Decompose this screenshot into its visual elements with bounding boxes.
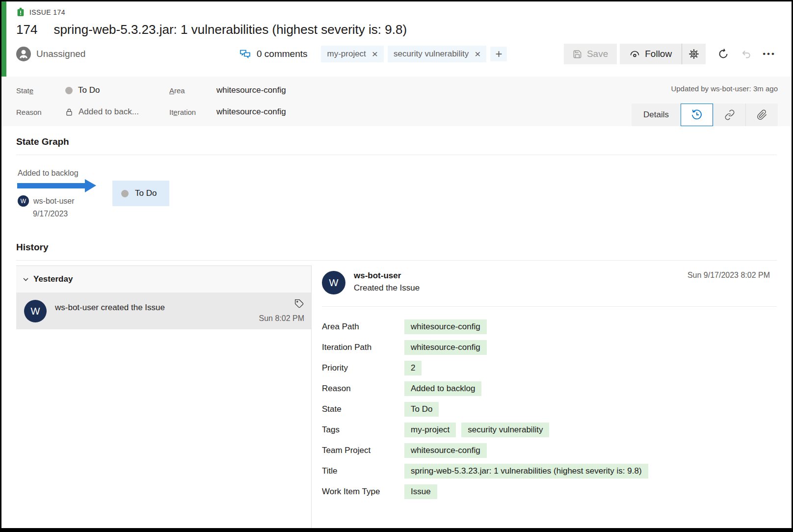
work-item-header: ISSUE 174 174 spring-web-5.3.23.jar: 1 v… xyxy=(1,1,792,77)
work-item-type-label: ISSUE 174 xyxy=(29,8,65,16)
changed-field-value: whitesource-config xyxy=(404,340,487,355)
changed-field-label: Team Project xyxy=(322,446,404,455)
changed-field-label: Iteration Path xyxy=(322,343,404,352)
changed-field-values: To Do xyxy=(404,402,439,417)
area-field-label: Area xyxy=(169,86,216,95)
updated-by-label: Updated by ws-bot-user: 3m ago xyxy=(671,84,778,93)
area-field-value[interactable]: whitesource-config xyxy=(216,85,364,95)
avatar: W xyxy=(24,300,47,322)
unassigned-person-icon xyxy=(16,47,31,61)
changed-field-row: Team Projectwhitesource-config xyxy=(322,443,777,458)
changed-field-value: my-project xyxy=(404,423,456,437)
changed-field-value: To Do xyxy=(404,402,439,417)
lock-icon xyxy=(65,108,73,116)
changed-field-value: security vulnerability xyxy=(461,423,549,437)
changed-field-label: State xyxy=(322,404,404,414)
undo-icon xyxy=(741,49,752,59)
changed-field-row: Tagsmy-projectsecurity vulnerability xyxy=(322,422,777,437)
state-transition: Added to backlog W ws-bot-user 9/17/2023 xyxy=(16,169,112,218)
tag-label: security vulnerability xyxy=(394,49,469,59)
link-icon xyxy=(724,109,735,120)
assignee-picker[interactable]: Unassigned xyxy=(16,47,239,61)
tab-details[interactable]: Details xyxy=(632,104,681,126)
tab-attachments[interactable] xyxy=(745,104,778,126)
save-label: Save xyxy=(587,49,608,59)
comments-button[interactable]: 0 comments xyxy=(239,49,307,59)
work-item-type-line: ISSUE 174 xyxy=(16,7,778,17)
history-event-detail: W ws-bot-user Created the Issue Sun 9/17… xyxy=(312,266,777,528)
work-item-type-color-bar xyxy=(1,1,6,77)
follow-group: Follow xyxy=(620,44,706,64)
state-node-todo: To Do xyxy=(112,181,169,206)
tab-links[interactable] xyxy=(713,104,745,126)
history-group-yesterday[interactable]: Yesterday xyxy=(16,266,311,293)
changed-field-row: StateTo Do xyxy=(322,401,777,417)
follow-button[interactable]: Follow xyxy=(620,44,682,64)
remove-tag-icon[interactable]: × xyxy=(475,51,480,57)
field-list: Area Pathwhitesource-configIteration Pat… xyxy=(322,319,777,499)
state-dot-icon xyxy=(121,190,129,197)
changed-field-values: my-projectsecurity vulnerability xyxy=(404,423,549,437)
transition-arrow xyxy=(16,179,112,192)
detail-timestamp: Sun 9/17/2023 8:02 PM xyxy=(687,271,777,294)
paperclip-icon xyxy=(757,109,767,120)
meta-band-right: Updated by ws-bot-user: 3m ago Details xyxy=(632,80,778,126)
changed-field-values: Added to backlog xyxy=(404,381,481,396)
follow-eye-icon xyxy=(630,50,640,58)
tag-label: my-project xyxy=(327,49,366,59)
reason-field-value[interactable]: Added to back... xyxy=(65,107,169,117)
undo-button[interactable] xyxy=(735,49,758,59)
refresh-button[interactable] xyxy=(712,48,735,60)
avatar: W xyxy=(322,271,345,294)
settings-button[interactable] xyxy=(682,44,706,64)
history-clock-icon xyxy=(690,108,703,121)
iteration-field-label: Iteration xyxy=(169,108,216,116)
changed-field-label: Priority xyxy=(322,363,404,373)
changed-field-label: Work Item Type xyxy=(322,487,404,497)
add-tag-button[interactable]: + xyxy=(490,47,507,61)
changed-field-value: 2 xyxy=(404,361,422,375)
header-actions: Save Follow xyxy=(564,44,778,64)
history-event-time: Sun 8:02 PM xyxy=(259,314,305,323)
state-field-label: State xyxy=(16,86,65,95)
changed-field-values: spring-web-5.3.23.jar: 1 vulnerabilities… xyxy=(404,464,648,479)
history-event-list: Yesterday W ws-bot-user created the Issu… xyxy=(16,266,312,528)
refresh-icon xyxy=(717,48,729,60)
changed-field-value: Added to backlog xyxy=(404,381,481,396)
save-button[interactable]: Save xyxy=(564,44,617,64)
group-label: Yesterday xyxy=(33,274,73,284)
transition-reason-label: Added to backlog xyxy=(16,169,112,178)
changed-field-value: Issue xyxy=(404,484,437,499)
divider xyxy=(16,260,777,261)
issue-type-icon xyxy=(16,7,25,17)
state-dot-icon xyxy=(65,87,73,94)
tag-chip: my-project × xyxy=(321,46,384,62)
transition-user: W ws-bot-user xyxy=(16,195,112,207)
changed-field-values: whitesource-config xyxy=(404,443,487,458)
tag-list: my-project × security vulnerability × + xyxy=(321,46,507,62)
history-heading: History xyxy=(16,242,777,253)
changed-field-value: whitesource-config xyxy=(404,319,487,334)
follow-label: Follow xyxy=(645,49,672,59)
history-event-item[interactable]: W ws-bot-user created the Issue Sun 8:02… xyxy=(16,293,311,329)
state-graph: Added to backlog W ws-bot-user 9/17/2023… xyxy=(16,169,777,218)
title-line: 174 spring-web-5.3.23.jar: 1 vulnerabili… xyxy=(16,22,778,37)
history-tab-content: State Graph Added to backlog W ws-bot-us… xyxy=(1,126,792,528)
state-field-value[interactable]: To Do xyxy=(65,85,169,95)
iteration-field-value[interactable]: whitesource-config xyxy=(216,107,364,117)
history-event-text: ws-bot-user created the Issue xyxy=(55,303,165,322)
changed-field-label: Reason xyxy=(322,384,404,394)
detail-header: W ws-bot-user Created the Issue Sun 9/17… xyxy=(322,271,777,294)
detail-user: ws-bot-user xyxy=(354,271,420,281)
tag-change-icon xyxy=(294,299,304,309)
remove-tag-icon[interactable]: × xyxy=(372,51,378,57)
history-panels: Yesterday W ws-bot-user created the Issu… xyxy=(16,266,777,528)
work-item-id: 174 xyxy=(16,22,37,37)
arrow-head xyxy=(85,179,96,192)
more-actions-button[interactable]: ••• xyxy=(758,49,778,59)
transition-date: 9/17/2023 xyxy=(33,210,112,218)
work-item-title[interactable]: spring-web-5.3.23.jar: 1 vulnerabilities… xyxy=(53,22,407,37)
save-icon xyxy=(573,50,582,59)
changed-field-values: 2 xyxy=(404,361,422,375)
tab-history[interactable] xyxy=(681,104,713,126)
